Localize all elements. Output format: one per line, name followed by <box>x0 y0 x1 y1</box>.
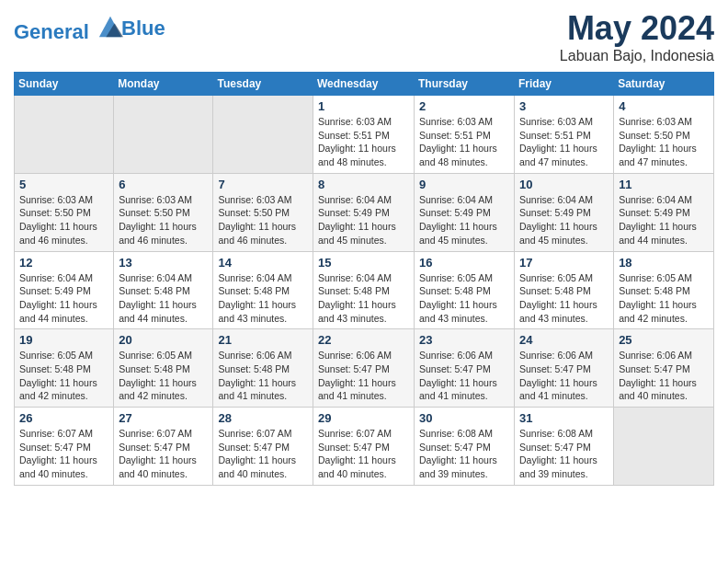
calendar-cell <box>213 96 313 174</box>
day-info: Sunrise: 6:05 AMSunset: 5:48 PMDaylight:… <box>419 271 509 326</box>
day-info: Sunrise: 6:06 AMSunset: 5:47 PMDaylight:… <box>318 349 409 403</box>
day-number: 2 <box>419 99 509 113</box>
day-info: Sunrise: 6:04 AMSunset: 5:48 PMDaylight:… <box>119 271 208 326</box>
day-number: 30 <box>419 411 509 425</box>
calendar-cell: 8Sunrise: 6:04 AMSunset: 5:49 PMDaylight… <box>313 173 415 251</box>
day-info: Sunrise: 6:07 AMSunset: 5:47 PMDaylight:… <box>19 427 108 481</box>
day-number: 22 <box>318 333 409 347</box>
calendar-cell: 18Sunrise: 6:05 AMSunset: 5:48 PMDayligh… <box>614 251 714 329</box>
weekday-header: Monday <box>114 73 213 96</box>
calendar-cell <box>614 408 714 486</box>
weekday-header: Sunday <box>15 73 114 96</box>
day-info: Sunrise: 6:05 AMSunset: 5:48 PMDaylight:… <box>519 271 609 326</box>
weekday-header: Friday <box>515 73 614 96</box>
calendar-cell <box>114 96 213 174</box>
calendar-cell: 27Sunrise: 6:07 AMSunset: 5:47 PMDayligh… <box>114 408 213 486</box>
day-number: 29 <box>318 411 409 425</box>
day-number: 23 <box>419 333 509 347</box>
day-info: Sunrise: 6:08 AMSunset: 5:47 PMDaylight:… <box>519 427 609 481</box>
calendar-cell <box>15 96 114 174</box>
day-number: 3 <box>519 99 609 113</box>
day-number: 11 <box>619 178 709 191</box>
calendar-week-row: 5Sunrise: 6:03 AMSunset: 5:50 PMDaylight… <box>15 173 714 251</box>
calendar-cell: 15Sunrise: 6:04 AMSunset: 5:48 PMDayligh… <box>313 251 415 329</box>
day-info: Sunrise: 6:08 AMSunset: 5:47 PMDaylight:… <box>419 427 509 481</box>
day-number: 24 <box>519 333 609 347</box>
day-info: Sunrise: 6:03 AMSunset: 5:51 PMDaylight:… <box>519 115 609 169</box>
calendar-cell: 12Sunrise: 6:04 AMSunset: 5:49 PMDayligh… <box>15 251 114 329</box>
day-info: Sunrise: 6:05 AMSunset: 5:48 PMDaylight:… <box>119 349 208 403</box>
day-number: 5 <box>19 178 108 191</box>
calendar-week-row: 12Sunrise: 6:04 AMSunset: 5:49 PMDayligh… <box>15 251 714 329</box>
calendar-cell: 28Sunrise: 6:07 AMSunset: 5:47 PMDayligh… <box>213 408 313 486</box>
calendar-week-row: 26Sunrise: 6:07 AMSunset: 5:47 PMDayligh… <box>15 408 714 486</box>
day-info: Sunrise: 6:07 AMSunset: 5:47 PMDaylight:… <box>318 427 409 481</box>
day-number: 12 <box>19 256 108 270</box>
calendar-cell: 21Sunrise: 6:06 AMSunset: 5:48 PMDayligh… <box>213 329 313 408</box>
calendar-cell: 17Sunrise: 6:05 AMSunset: 5:48 PMDayligh… <box>515 251 614 329</box>
day-number: 19 <box>19 333 108 347</box>
calendar-cell: 6Sunrise: 6:03 AMSunset: 5:50 PMDaylight… <box>114 173 213 251</box>
day-number: 7 <box>218 178 308 191</box>
calendar-week-row: 19Sunrise: 6:05 AMSunset: 5:48 PMDayligh… <box>15 329 714 408</box>
calendar-cell: 9Sunrise: 6:04 AMSunset: 5:49 PMDaylight… <box>415 173 515 251</box>
calendar-cell: 7Sunrise: 6:03 AMSunset: 5:50 PMDaylight… <box>213 173 313 251</box>
day-number: 28 <box>218 411 308 425</box>
weekday-header: Thursday <box>415 73 515 96</box>
calendar-cell: 10Sunrise: 6:04 AMSunset: 5:49 PMDayligh… <box>515 173 614 251</box>
calendar-cell: 30Sunrise: 6:08 AMSunset: 5:47 PMDayligh… <box>415 408 515 486</box>
day-number: 4 <box>619 99 709 113</box>
calendar-cell: 26Sunrise: 6:07 AMSunset: 5:47 PMDayligh… <box>15 408 114 486</box>
calendar-table: SundayMondayTuesdayWednesdayThursdayFrid… <box>14 72 714 486</box>
day-info: Sunrise: 6:03 AMSunset: 5:50 PMDaylight:… <box>119 193 208 247</box>
calendar-cell: 11Sunrise: 6:04 AMSunset: 5:49 PMDayligh… <box>614 173 714 251</box>
day-info: Sunrise: 6:06 AMSunset: 5:47 PMDaylight:… <box>619 349 709 403</box>
day-number: 26 <box>19 411 108 425</box>
day-number: 31 <box>519 411 609 425</box>
day-number: 15 <box>318 256 409 270</box>
calendar-cell: 31Sunrise: 6:08 AMSunset: 5:47 PMDayligh… <box>515 408 614 486</box>
day-number: 10 <box>519 178 609 191</box>
weekday-header: Saturday <box>614 73 714 96</box>
calendar-cell: 23Sunrise: 6:06 AMSunset: 5:47 PMDayligh… <box>415 329 515 408</box>
day-number: 27 <box>119 411 208 425</box>
calendar-cell: 24Sunrise: 6:06 AMSunset: 5:47 PMDayligh… <box>515 329 614 408</box>
day-info: Sunrise: 6:04 AMSunset: 5:49 PMDaylight:… <box>419 193 509 247</box>
day-info: Sunrise: 6:04 AMSunset: 5:49 PMDaylight:… <box>19 271 108 326</box>
day-number: 16 <box>419 256 509 270</box>
day-info: Sunrise: 6:06 AMSunset: 5:48 PMDaylight:… <box>218 349 308 403</box>
day-number: 8 <box>318 178 409 191</box>
weekday-header: Wednesday <box>313 73 415 96</box>
logo-blue: Blue <box>121 17 165 40</box>
day-info: Sunrise: 6:05 AMSunset: 5:48 PMDaylight:… <box>19 349 108 403</box>
day-info: Sunrise: 6:07 AMSunset: 5:47 PMDaylight:… <box>119 427 208 481</box>
day-number: 14 <box>218 256 308 270</box>
calendar-cell: 20Sunrise: 6:05 AMSunset: 5:48 PMDayligh… <box>114 329 213 408</box>
calendar-cell: 13Sunrise: 6:04 AMSunset: 5:48 PMDayligh… <box>114 251 213 329</box>
calendar-cell: 22Sunrise: 6:06 AMSunset: 5:47 PMDayligh… <box>313 329 415 408</box>
calendar-cell: 5Sunrise: 6:03 AMSunset: 5:50 PMDaylight… <box>15 173 114 251</box>
page-title: May 2024 <box>560 9 714 48</box>
page-subtitle: Labuan Bajo, Indonesia <box>560 48 714 64</box>
page-header: General Blue May 2024 Labuan Bajo, Indon… <box>14 9 714 64</box>
calendar-cell: 2Sunrise: 6:03 AMSunset: 5:51 PMDaylight… <box>415 96 515 174</box>
day-number: 18 <box>619 256 709 270</box>
day-info: Sunrise: 6:04 AMSunset: 5:49 PMDaylight:… <box>519 193 609 247</box>
day-number: 17 <box>519 256 609 270</box>
day-info: Sunrise: 6:04 AMSunset: 5:49 PMDaylight:… <box>318 193 409 247</box>
calendar-cell: 1Sunrise: 6:03 AMSunset: 5:51 PMDaylight… <box>313 96 415 174</box>
calendar-cell: 19Sunrise: 6:05 AMSunset: 5:48 PMDayligh… <box>15 329 114 408</box>
day-number: 25 <box>619 333 709 347</box>
day-number: 13 <box>119 256 208 270</box>
weekday-header-row: SundayMondayTuesdayWednesdayThursdayFrid… <box>15 73 714 96</box>
calendar-cell: 14Sunrise: 6:04 AMSunset: 5:48 PMDayligh… <box>213 251 313 329</box>
day-info: Sunrise: 6:03 AMSunset: 5:50 PMDaylight:… <box>619 115 709 169</box>
day-info: Sunrise: 6:03 AMSunset: 5:51 PMDaylight:… <box>318 115 409 169</box>
calendar-cell: 16Sunrise: 6:05 AMSunset: 5:48 PMDayligh… <box>415 251 515 329</box>
day-info: Sunrise: 6:05 AMSunset: 5:48 PMDaylight:… <box>619 271 709 326</box>
day-number: 21 <box>218 333 308 347</box>
calendar-cell: 25Sunrise: 6:06 AMSunset: 5:47 PMDayligh… <box>614 329 714 408</box>
day-info: Sunrise: 6:03 AMSunset: 5:50 PMDaylight:… <box>218 193 308 247</box>
calendar-cell: 29Sunrise: 6:07 AMSunset: 5:47 PMDayligh… <box>313 408 415 486</box>
day-info: Sunrise: 6:03 AMSunset: 5:50 PMDaylight:… <box>19 193 108 247</box>
